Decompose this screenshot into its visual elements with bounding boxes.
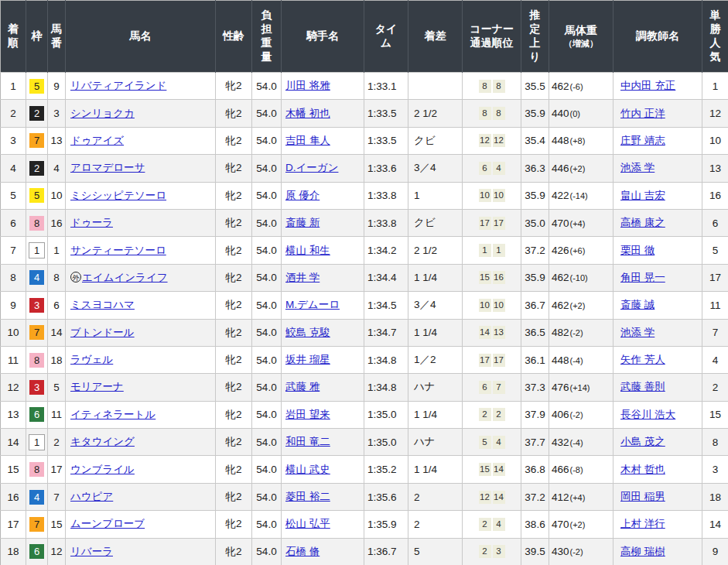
weight-change: (-8): [570, 465, 583, 474]
corner-positions: 22: [463, 401, 521, 428]
horse-name-link[interactable]: シンリョクカ: [70, 108, 135, 119]
jockey-link[interactable]: M.デムーロ: [285, 299, 340, 310]
jockey-link[interactable]: 石橋 脩: [285, 546, 320, 557]
win-favorite-rank: 1: [702, 73, 728, 100]
jockey-link[interactable]: 武藤 雅: [285, 381, 320, 392]
horse-name-link[interactable]: ミシシッピテソーロ: [70, 190, 166, 201]
trainer-link[interactable]: 竹内 正洋: [620, 108, 665, 119]
jockey-link[interactable]: 坂井 瑠星: [285, 354, 330, 365]
trainer-link[interactable]: 矢作 芳人: [620, 354, 665, 365]
horse-name-link[interactable]: イティネラートル: [70, 409, 156, 420]
trainer-link[interactable]: 斎藤 誠: [620, 299, 655, 310]
jockey-link[interactable]: 菱田 裕二: [285, 491, 330, 502]
column-header-bodyweight: 馬体重（増減）: [549, 1, 614, 73]
horse-name-link[interactable]: ラヴェル: [70, 354, 113, 365]
bracket-cell: 7: [26, 319, 48, 346]
jockey-link[interactable]: D.イーガン: [285, 162, 338, 173]
jockey-link[interactable]: 木幡 初也: [285, 108, 330, 119]
column-header-num: 馬 番: [48, 1, 66, 73]
margin: 2 1/2: [408, 100, 463, 127]
bracket-cell: 1: [26, 429, 48, 456]
trainer-link[interactable]: 栗田 徹: [620, 245, 655, 256]
finish-position: 3: [1, 127, 26, 154]
jockey-link[interactable]: 横山 和生: [285, 245, 330, 256]
corner-position-box: 8: [493, 80, 505, 93]
finish-time: 1:34.8: [364, 374, 408, 401]
trainer-link[interactable]: 小島 茂之: [620, 436, 665, 447]
corner-position-box: 12: [493, 134, 505, 147]
finish-position: 7: [1, 237, 26, 264]
trainer-link[interactable]: 池添 学: [620, 162, 655, 173]
trainer-link[interactable]: 上村 洋行: [620, 518, 665, 529]
jockey-link[interactable]: 鮫島 克駿: [285, 327, 330, 338]
trainer-cell: 斎藤 誠: [614, 292, 702, 319]
margin: 1 1/4: [408, 456, 463, 483]
jockey-cell: 川田 将雅: [282, 73, 364, 100]
trainer-link[interactable]: 高橋 康之: [620, 217, 665, 228]
trainer-link[interactable]: 岡田 稲男: [620, 491, 665, 502]
horse-name-link[interactable]: ウンブライル: [70, 464, 135, 475]
table-row: 8 4 8 外エイムインライフ 牝2 54.0 酒井 学 1:34.4 1 1/…: [1, 264, 728, 291]
jockey-cell: 岩田 望来: [282, 401, 364, 428]
trainer-link[interactable]: 池添 学: [620, 327, 655, 338]
win-favorite-rank: 12: [702, 100, 728, 127]
sex-age: 牝2: [216, 100, 252, 127]
weight-change: (+6): [570, 246, 586, 255]
jockey-link[interactable]: 川田 将雅: [285, 80, 330, 91]
horse-name-link[interactable]: サンティーテソーロ: [70, 245, 166, 256]
finish-position: 4: [1, 155, 26, 182]
sex-age: 牝2: [216, 127, 252, 154]
sex-age: 牝2: [216, 346, 252, 373]
horse-name-link[interactable]: アロマデローサ: [70, 162, 145, 173]
corner-positions: 54: [463, 429, 521, 456]
trainer-cell: 上村 洋行: [614, 511, 702, 538]
horse-name-link[interactable]: ブトンドール: [70, 327, 135, 338]
finish-position: 9: [1, 292, 26, 319]
horse-name-link[interactable]: エイムインライフ: [82, 272, 168, 283]
trainer-link[interactable]: 畠山 吉宏: [620, 190, 665, 201]
horse-name-link[interactable]: モリアーナ: [70, 381, 124, 392]
jockey-link[interactable]: 松山 弘平: [285, 518, 330, 529]
horse-number: 8: [48, 264, 66, 291]
horse-name-link[interactable]: ハウピア: [70, 491, 113, 502]
trainer-link[interactable]: 角田 晃一: [620, 272, 665, 283]
horse-name-cell: ラヴェル: [66, 346, 216, 373]
jockey-link[interactable]: 原 優介: [285, 190, 320, 201]
horse-name-link[interactable]: ムーンプローブ: [70, 518, 145, 529]
margin: 2: [408, 483, 463, 510]
jockey-link[interactable]: 和田 竜二: [285, 436, 330, 447]
trainer-link[interactable]: 木村 哲也: [620, 464, 665, 475]
table-row: 3 7 13 ドゥアイズ 牝2 54.0 吉田 隼人 1:33.5 クビ 121…: [1, 127, 728, 154]
trainer-link[interactable]: 武藤 善則: [620, 381, 665, 392]
horse-name-link[interactable]: ドゥーラ: [70, 217, 113, 228]
table-row: 5 5 10 ミシシッピテソーロ 牝2 54.0 原 優介 1:33.8 1 1…: [1, 182, 728, 209]
trainer-link[interactable]: 高柳 瑞樹: [620, 546, 665, 557]
horse-number: 9: [48, 73, 66, 100]
jockey-link[interactable]: 横山 武史: [285, 464, 330, 475]
win-favorite-rank: 14: [702, 511, 728, 538]
weight-change: (-4): [570, 356, 583, 365]
corner-position-box: 3: [493, 545, 505, 558]
finish-position: 1: [1, 73, 26, 100]
sex-age: 牝2: [216, 374, 252, 401]
jockey-cell: 坂井 瑠星: [282, 346, 364, 373]
jockey-link[interactable]: 斎藤 新: [285, 217, 320, 228]
weight-change: (-2): [570, 410, 583, 419]
sex-age: 牝2: [216, 401, 252, 428]
horse-name-link[interactable]: リバティアイランド: [70, 80, 166, 91]
trainer-link[interactable]: 長谷川 浩大: [620, 409, 675, 420]
trainer-link[interactable]: 庄野 靖志: [620, 135, 665, 146]
column-header-corners: コーナー 通過順位: [463, 1, 521, 73]
carried-weight: 54.0: [252, 100, 282, 127]
trainer-link[interactable]: 中内田 充正: [620, 80, 675, 91]
margin: ハナ: [408, 374, 463, 401]
jockey-link[interactable]: 吉田 隼人: [285, 135, 330, 146]
jockey-link[interactable]: 岩田 望来: [285, 409, 330, 420]
carried-weight: 54.0: [252, 127, 282, 154]
horse-name-link[interactable]: リバーラ: [70, 546, 113, 557]
jockey-link[interactable]: 酒井 学: [285, 272, 320, 283]
horse-name-link[interactable]: キタウイング: [70, 436, 135, 447]
horse-name-link[interactable]: ミスヨコハマ: [70, 299, 135, 310]
horse-name-link[interactable]: ドゥアイズ: [70, 135, 124, 146]
win-favorite-rank: 8: [702, 429, 728, 456]
